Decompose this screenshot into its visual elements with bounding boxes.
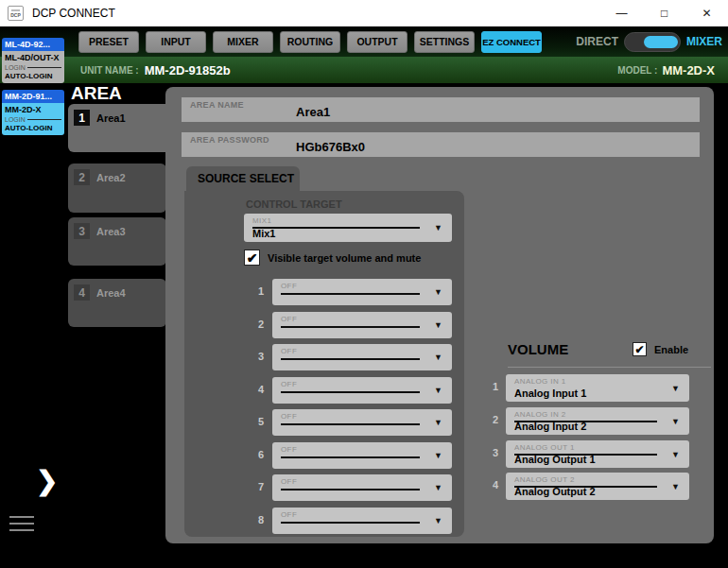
area-detail-panel: AREA NAME Area1 AREA PASSWORD HGb676Bx0 … — [165, 87, 714, 543]
nav-button-ez-connect[interactable]: EZ CONNECT — [481, 31, 542, 53]
dcp-logo-text: DCP — [10, 12, 21, 18]
dropdown-arrow-icon: ▼ — [434, 483, 442, 492]
device-type: MM-2D-X — [5, 105, 61, 114]
area-name-label: AREA NAME — [190, 100, 244, 110]
login-line — [27, 67, 61, 68]
mode-toggle-knob — [644, 36, 678, 48]
nav-button-input[interactable]: INPUT — [146, 31, 206, 53]
login-row: LOGIN — [5, 116, 61, 123]
close-button[interactable]: ✕ — [685, 0, 728, 26]
dropdown-option-label: ANALOG OUT 2 — [514, 475, 575, 484]
dropdown-value: OFF — [281, 412, 297, 421]
device-card-ml4d[interactable]: ML-4D-92... ML-4D/OUT-X LOGIN AUTO-LOGIN — [2, 38, 64, 83]
volume-dropdown-3[interactable]: ANALOG OUT 1 Analog Output 1 ▼ — [506, 440, 689, 468]
area-name-value: Area1 — [296, 105, 330, 119]
dropdown-value: OFF — [281, 380, 297, 388]
dropdown-option-label: ANALOG IN 1 — [514, 377, 566, 386]
dropdown-arrow-icon: ▼ — [671, 450, 680, 459]
source-dropdown-1[interactable]: OFF ▼ — [272, 279, 452, 305]
source-select-panel: CONTROL TARGET MIX1 Mix1 ▼ ✔ Visible tar… — [184, 191, 464, 537]
model-value: MM-2D-X — [662, 63, 715, 77]
dropdown-arrow-icon: ▼ — [434, 418, 442, 427]
dropdown-value: Analog Output 1 — [514, 454, 596, 465]
source-dropdown-5[interactable]: OFF ▼ — [272, 409, 452, 436]
area-password-value: HGb676Bx0 — [296, 140, 365, 154]
area-tab-4[interactable]: 4 Area4 — [68, 279, 166, 327]
minimize-button[interactable]: — — [600, 0, 643, 26]
dcp-logo: DCP — [8, 6, 24, 21]
dropdown-arrow-icon: ▼ — [434, 320, 442, 330]
source-dropdown-4[interactable]: OFF ▼ — [272, 377, 452, 404]
volume-enable-checkbox[interactable]: ✔ — [633, 342, 647, 356]
dropdown-arrow-icon: ▼ — [434, 353, 442, 362]
dropdown-value: Analog Output 2 — [514, 486, 596, 497]
auto-login-label: AUTO-LOGIN — [5, 124, 61, 132]
window-controls: — □ ✕ — [600, 0, 728, 26]
source-row-number: 1 — [247, 285, 264, 297]
area-number-badge: 2 — [74, 169, 90, 185]
nav-button-group: PRESET INPUT MIXER ROUTING OUTPUT SETTIN… — [78, 31, 542, 53]
area-tab-1[interactable]: 1 Area1 — [68, 104, 168, 152]
checkmark-icon: ✔ — [634, 343, 644, 356]
volume-enable-row: ✔ Enable — [633, 342, 688, 356]
device-type: ML-4D/OUT-X — [5, 53, 61, 62]
source-row-number: 7 — [247, 481, 264, 492]
source-dropdown-3[interactable]: OFF ▼ — [272, 344, 452, 370]
device-name: MM-2D-91... — [2, 90, 64, 103]
dropdown-option-label: ANALOG IN 2 — [514, 410, 566, 419]
volume-dropdown-4[interactable]: ANALOG OUT 2 Analog Output 2 ▼ — [506, 473, 689, 500]
volume-dropdown-2[interactable]: ANALOG IN 2 Analog Input 2 ▼ — [506, 407, 689, 435]
minimize-icon: — — [616, 7, 628, 20]
dropdown-value: OFF — [281, 315, 297, 323]
area-tab-3[interactable]: 3 Area3 — [68, 217, 166, 266]
control-target-dropdown[interactable]: MIX1 Mix1 ▼ — [244, 214, 452, 242]
menu-icon[interactable] — [9, 516, 34, 536]
visible-target-checkbox[interactable]: ✔ — [244, 250, 260, 266]
source-select-tab[interactable]: SOURCE SELECT — [186, 166, 300, 191]
dropdown-arrow-icon: ▼ — [434, 516, 442, 525]
maximize-button[interactable]: □ — [643, 0, 685, 26]
area-tab-label: Area4 — [96, 287, 126, 299]
nav-button-mixer[interactable]: MIXER — [213, 31, 273, 53]
area-name-field[interactable]: AREA NAME Area1 — [182, 97, 700, 122]
expand-sidebar-chevron-icon[interactable]: ❯ — [36, 465, 58, 496]
dropdown-value: OFF — [281, 282, 297, 290]
model-label: MODEL : — [617, 65, 657, 76]
area-password-field[interactable]: AREA PASSWORD HGb676Bx0 — [182, 132, 700, 157]
volume-dropdown-1[interactable]: ANALOG IN 1 Analog Input 1 ▼ — [506, 374, 689, 402]
maximize-icon: □ — [661, 7, 667, 20]
dropdown-value: OFF — [281, 445, 297, 454]
dropdown-arrow-icon: ▼ — [671, 384, 680, 393]
source-dropdown-8[interactable]: OFF ▼ — [272, 508, 452, 534]
unit-name-label: UNIT NAME : — [80, 65, 139, 76]
area-password-label: AREA PASSWORD — [190, 135, 269, 145]
dropdown-option-label: ANALOG OUT 1 — [514, 443, 575, 452]
volume-row-number: 2 — [483, 414, 498, 425]
nav-button-routing[interactable]: ROUTING — [280, 31, 340, 53]
login-label: LOGIN — [5, 116, 26, 123]
unit-name-value: MM-2D-91852b — [145, 63, 231, 77]
dropdown-underline — [252, 227, 420, 229]
nav-button-output[interactable]: OUTPUT — [347, 31, 407, 53]
dropdown-underline — [281, 293, 420, 295]
mode-toggle[interactable] — [624, 32, 681, 52]
area-tab-label: Area3 — [96, 226, 126, 237]
dropdown-arrow-icon: ▼ — [434, 386, 442, 395]
dropdown-arrow-icon: ▼ — [434, 287, 442, 297]
source-dropdown-6[interactable]: OFF ▼ — [272, 442, 452, 469]
window-title: DCP CONNECT — [32, 7, 115, 20]
area-tab-2[interactable]: 2 Area2 — [68, 164, 166, 213]
source-dropdown-7[interactable]: OFF ▼ — [272, 474, 452, 501]
mixer-label: MIXER — [686, 35, 722, 48]
login-line — [27, 119, 61, 120]
login-row: LOGIN — [5, 64, 61, 71]
nav-button-preset[interactable]: PRESET — [78, 31, 139, 53]
dropdown-underline — [281, 358, 420, 360]
area-tab-label: Area1 — [96, 112, 126, 124]
device-card-mm2d[interactable]: MM-2D-91... MM-2D-X LOGIN AUTO-LOGIN — [2, 90, 64, 135]
source-dropdown-2[interactable]: OFF ▼ — [272, 312, 452, 338]
nav-button-settings[interactable]: SETTINGS — [414, 31, 475, 53]
source-row-number: 6 — [247, 449, 264, 460]
checkmark-icon: ✔ — [247, 250, 258, 266]
dropdown-underline — [281, 489, 420, 491]
